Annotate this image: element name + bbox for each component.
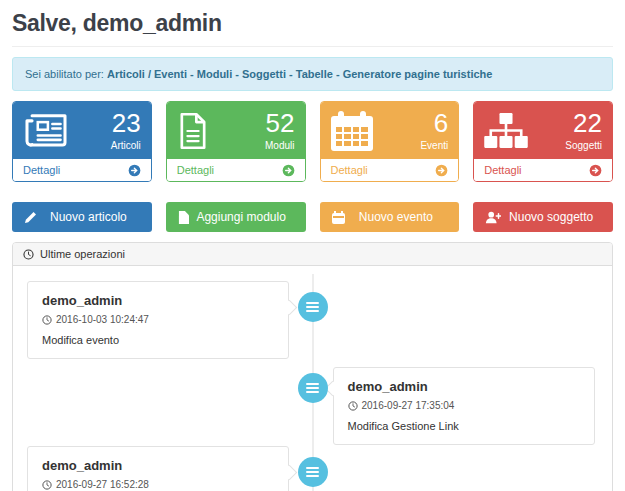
action-label: Nuovo evento — [345, 210, 448, 224]
actions-row: Nuovo articolo Aggiungi modulo Nuovo eve… — [12, 202, 613, 232]
stat-card-articoli-figures: 23 Articoli — [111, 110, 141, 151]
stat-count: 22 — [565, 110, 602, 136]
timeline-node — [298, 292, 328, 322]
action-label: Aggiungi modulo — [189, 210, 294, 224]
clock-icon — [42, 480, 52, 490]
operations-panel: Ultime operazioni demo_admin 2016-10-03 … — [12, 242, 613, 491]
stat-count: 23 — [111, 110, 141, 136]
timeline-entry-user: demo_admin — [42, 293, 274, 308]
permissions-alert-modules: Articoli / Eventi - Moduli - Soggetti - … — [107, 68, 492, 80]
newspaper-icon — [23, 112, 69, 150]
new-article-button[interactable]: Nuovo articolo — [12, 202, 152, 232]
file-icon — [178, 211, 189, 224]
stat-card-eventi-figures: 6 Eventi — [420, 110, 448, 151]
list-icon — [306, 383, 319, 393]
stat-count: 52 — [265, 110, 294, 136]
stat-card-soggetti-details-link[interactable]: Dettagli — [474, 159, 612, 181]
stat-card-soggetti[interactable]: 22 Soggetti Dettagli — [473, 101, 613, 182]
list-icon — [306, 302, 319, 312]
new-event-button[interactable]: Nuovo evento — [320, 202, 460, 232]
details-label: Dettagli — [331, 164, 368, 176]
timeline-entry-time: 2016-10-03 10:24:47 — [42, 314, 274, 325]
sitemap-icon — [484, 112, 528, 149]
stat-card-eventi-body: 6 Eventi — [321, 102, 459, 159]
timeline-entry-action: Modifica evento — [42, 334, 274, 346]
timeline-entry-user: demo_admin — [42, 458, 274, 473]
stat-card-moduli-body: 52 Moduli — [167, 102, 305, 159]
page-title: Salve, demo_admin — [12, 10, 613, 47]
stat-label: Moduli — [265, 140, 294, 151]
permissions-alert: Sei abilitato per: Articoli / Eventi - M… — [12, 57, 613, 91]
timeline-entry: demo_admin 2016-09-27 17:35:04 Modifica … — [333, 367, 595, 445]
arrow-circle-right-icon — [589, 164, 602, 177]
stat-card-articoli-body: 23 Articoli — [13, 102, 151, 159]
clock-icon — [23, 249, 34, 260]
action-label: Nuovo articolo — [37, 210, 140, 224]
new-subject-button[interactable]: Nuovo soggetto — [473, 202, 613, 232]
operations-panel-title: Ultime operazioni — [40, 248, 125, 260]
operations-panel-heading: Ultime operazioni — [13, 243, 612, 266]
user-plus-icon — [485, 211, 501, 224]
timeline-node — [298, 373, 328, 403]
clock-icon — [348, 401, 358, 411]
details-label: Dettagli — [484, 164, 521, 176]
stat-card-eventi[interactable]: 6 Eventi Dettagli — [320, 101, 460, 182]
timeline-entry-time: 2016-09-27 16:52:28 — [42, 479, 274, 490]
stat-label: Soggetti — [565, 140, 602, 151]
stat-card-moduli-figures: 52 Moduli — [265, 110, 294, 151]
stat-card-articoli[interactable]: 23 Articoli Dettagli — [12, 101, 152, 182]
calendar-icon — [332, 211, 345, 224]
calendar-icon — [331, 111, 373, 151]
stat-card-eventi-details-link[interactable]: Dettagli — [321, 159, 459, 181]
timeline-entry: demo_admin 2016-09-27 16:52:28 Modifica … — [27, 446, 289, 491]
details-label: Dettagli — [23, 164, 60, 176]
stat-label: Eventi — [420, 140, 448, 151]
stat-card-articoli-details-link[interactable]: Dettagli — [13, 159, 151, 181]
timeline-entry-time: 2016-09-27 17:35:04 — [348, 400, 580, 411]
stat-label: Articoli — [111, 140, 141, 151]
arrow-circle-right-icon — [128, 164, 141, 177]
file-icon — [177, 112, 209, 150]
timeline-entry-user: demo_admin — [348, 379, 580, 394]
stat-card-moduli[interactable]: 52 Moduli Dettagli — [166, 101, 306, 182]
stat-card-moduli-details-link[interactable]: Dettagli — [167, 159, 305, 181]
details-label: Dettagli — [177, 164, 214, 176]
stat-card-soggetti-body: 22 Soggetti — [474, 102, 612, 159]
permissions-alert-prefix: Sei abilitato per: — [25, 68, 107, 80]
timeline-entry-action: Modifica Gestione Link — [348, 420, 580, 432]
timeline-entry-timestamp: 2016-09-27 17:35:04 — [362, 400, 455, 411]
timeline-entry: demo_admin 2016-10-03 10:24:47 Modifica … — [27, 281, 289, 359]
timeline-node — [298, 457, 328, 487]
dashboard-page: Salve, demo_admin Sei abilitato per: Art… — [0, 10, 625, 491]
clock-icon — [42, 315, 52, 325]
timeline-entry-timestamp: 2016-09-27 16:52:28 — [56, 479, 149, 490]
stats-row: 23 Articoli Dettagli — [12, 101, 613, 182]
callout-arrow — [281, 465, 297, 481]
pencil-icon — [24, 211, 37, 224]
action-label: Nuovo soggetto — [501, 210, 601, 224]
operations-timeline: demo_admin 2016-10-03 10:24:47 Modifica … — [13, 266, 612, 491]
stat-count: 6 — [420, 110, 448, 136]
arrow-circle-right-icon — [282, 164, 295, 177]
timeline-entry-timestamp: 2016-10-03 10:24:47 — [56, 314, 149, 325]
add-module-button[interactable]: Aggiungi modulo — [166, 202, 306, 232]
list-icon — [306, 467, 319, 477]
stat-card-soggetti-figures: 22 Soggetti — [565, 110, 602, 151]
callout-arrow — [281, 300, 297, 316]
arrow-circle-right-icon — [435, 164, 448, 177]
